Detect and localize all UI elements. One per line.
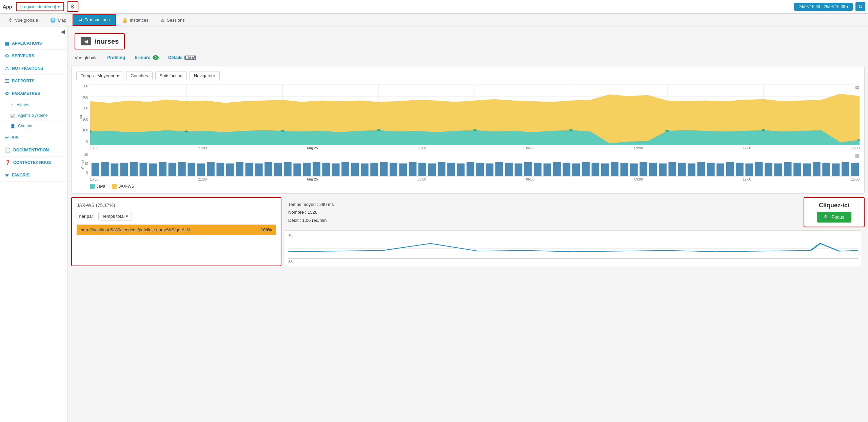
- svg-rect-50: [351, 163, 359, 176]
- svg-rect-65: [495, 162, 503, 176]
- focus-button[interactable]: 🔍 Focus: [817, 212, 851, 223]
- svg-rect-45: [303, 163, 311, 176]
- sidebar-collapse[interactable]: ◀: [0, 26, 67, 37]
- svg-rect-57: [418, 163, 426, 176]
- jaxws-title: JAX-WS (75.17%): [77, 203, 276, 208]
- server-icon: ⚙: [5, 53, 9, 59]
- stats-box: Temps moyen : 290 ms Nombre : 1526 Débit…: [285, 197, 800, 228]
- svg-rect-62: [467, 162, 474, 176]
- temps-moyen: Temps moyen : 290 ms: [288, 201, 797, 208]
- chart-toolbar: Temps : Moyenne ▾ Couches Satisfaction N…: [76, 71, 860, 80]
- rapports-icon: ☰: [5, 78, 9, 84]
- sidebar: ◀ ▦ Applications ⚙ Serveurs ⚠ Notificati…: [0, 26, 68, 422]
- tab-transactions[interactable]: ⇄ Transactions: [73, 14, 116, 26]
- gear-button[interactable]: ⚙: [67, 1, 78, 12]
- svg-rect-83: [669, 162, 676, 176]
- svg-rect-90: [736, 163, 744, 176]
- svg-rect-72: [563, 163, 571, 176]
- navigateur-button[interactable]: Navigateur: [190, 71, 220, 80]
- subtab-erreurs[interactable]: Erreurs 0: [133, 53, 160, 63]
- svg-rect-31: [169, 163, 176, 176]
- subtab-details[interactable]: Détails BETA: [167, 53, 198, 63]
- sidebar-item-contactez-nous[interactable]: ❓ Contactez Nous: [0, 156, 67, 169]
- refresh-button[interactable]: ↻: [855, 2, 865, 11]
- content-area: ◀ /nurses Vue globale Profiling Erreurs …: [68, 26, 868, 422]
- subtab-profiling[interactable]: Profiling: [106, 53, 126, 63]
- svg-rect-85: [688, 164, 695, 176]
- bottom-section: JAX-WS (75.17%) Trier par : Temps total …: [71, 197, 865, 266]
- svg-rect-71: [553, 162, 561, 176]
- sidebar-item-documentation[interactable]: 📄 Documentation: [0, 144, 67, 156]
- svg-rect-39: [245, 163, 253, 176]
- svg-point-16: [473, 129, 477, 131]
- bar-chart-svg: /* bars generated below */: [90, 153, 860, 176]
- temps-moyenne-button[interactable]: Temps : Moyenne ▾: [76, 71, 123, 80]
- y-tick-300: 300: [78, 106, 88, 110]
- svg-rect-40: [255, 164, 263, 176]
- mini-y-300: 300: [288, 259, 294, 263]
- x-tick-1200: 12:00: [743, 146, 751, 150]
- svg-rect-80: [639, 162, 647, 176]
- app-selector-button[interactable]: {Logiciel de démo} ▾: [17, 3, 63, 10]
- sidebar-item-favoris[interactable]: ★ Favoris: [0, 169, 67, 182]
- svg-rect-44: [293, 164, 301, 176]
- svg-rect-53: [380, 162, 388, 176]
- sidebar-item-agents-systeme[interactable]: 📊 Agents Systeme: [0, 110, 67, 121]
- sidebar-item-api[interactable]: ↩ API: [0, 131, 67, 144]
- y-tick-0: 0: [78, 140, 88, 143]
- svg-rect-64: [486, 164, 494, 176]
- svg-point-18: [665, 130, 669, 132]
- legend-jaxws: JAX-WS: [112, 184, 134, 189]
- doc-icon: 📄: [5, 147, 11, 153]
- sidebar-item-alertes[interactable]: ⚠ Alertes: [0, 100, 67, 110]
- mini-chart: 310 300: [285, 230, 861, 266]
- svg-rect-76: [601, 164, 609, 176]
- url-row[interactable]: http://localhost:5180/services/petclinic…: [77, 225, 276, 235]
- svg-rect-51: [361, 164, 369, 176]
- svg-rect-42: [274, 163, 282, 176]
- sidebar-item-notifications[interactable]: ⚠ Notifications: [0, 62, 67, 75]
- svg-rect-99: [822, 163, 830, 176]
- svg-rect-73: [572, 164, 580, 176]
- date-range-selector[interactable]: 24/08 15:39 - 25/08 15:39 ▾: [794, 3, 853, 11]
- sidebar-item-rapports[interactable]: ☰ Rapports: [0, 75, 67, 87]
- satisfaction-button[interactable]: Satisfaction: [155, 71, 187, 80]
- sidebar-item-applications[interactable]: ▦ Applications: [0, 37, 67, 50]
- svg-rect-91: [745, 164, 753, 176]
- collapse-button[interactable]: ◀: [61, 28, 65, 35]
- svg-rect-38: [236, 162, 243, 176]
- tab-vue-globale[interactable]: ⏱ Vue globale: [3, 15, 44, 25]
- tab-instances[interactable]: 🔔 Instances: [116, 15, 154, 25]
- main-chart-svg: [90, 84, 860, 145]
- sidebar-item-serveurs[interactable]: ⚙ Serveurs: [0, 50, 67, 62]
- svg-rect-60: [447, 163, 455, 176]
- mini-y-310: 310: [288, 233, 294, 237]
- svg-rect-35: [207, 162, 215, 176]
- svg-rect-55: [399, 164, 407, 176]
- back-button[interactable]: ◀: [81, 37, 91, 45]
- tab-sessions[interactable]: ⚠ Sessions: [155, 15, 191, 25]
- sidebar-item-compte[interactable]: 👤 Compte: [0, 121, 67, 131]
- sort-dropdown[interactable]: Temps total ▾: [98, 212, 132, 220]
- svg-rect-25: [111, 164, 119, 176]
- subtab-vue-globale[interactable]: Vue globale: [73, 53, 99, 62]
- svg-rect-26: [120, 163, 128, 176]
- sub-tabs: Vue globale Profiling Erreurs 0 Détails …: [68, 49, 868, 63]
- api-icon: ↩: [5, 135, 9, 140]
- transactions-icon: ⇄: [79, 17, 82, 22]
- x-axis-bar: 18:00 21:00 Aug 25 03:00 06:00 09:00 12:…: [90, 176, 860, 181]
- transaction-title: /nurses: [95, 38, 119, 45]
- bar-y-tick-20: 20: [78, 153, 88, 156]
- svg-rect-33: [188, 163, 195, 176]
- svg-rect-61: [457, 164, 465, 176]
- alertes-icon: ⚠: [10, 103, 14, 107]
- couches-button[interactable]: Couches: [126, 71, 152, 80]
- focus-icon: 🔍: [824, 214, 829, 220]
- svg-rect-74: [582, 162, 590, 176]
- svg-rect-27: [130, 162, 138, 176]
- svg-point-15: [377, 129, 380, 131]
- svg-rect-78: [620, 163, 628, 176]
- app-selector[interactable]: {Logiciel de démo} ▾: [16, 2, 64, 11]
- tab-map[interactable]: 🌐 Map: [44, 15, 72, 25]
- sidebar-item-parametres[interactable]: ⚙ Parametres: [0, 87, 67, 100]
